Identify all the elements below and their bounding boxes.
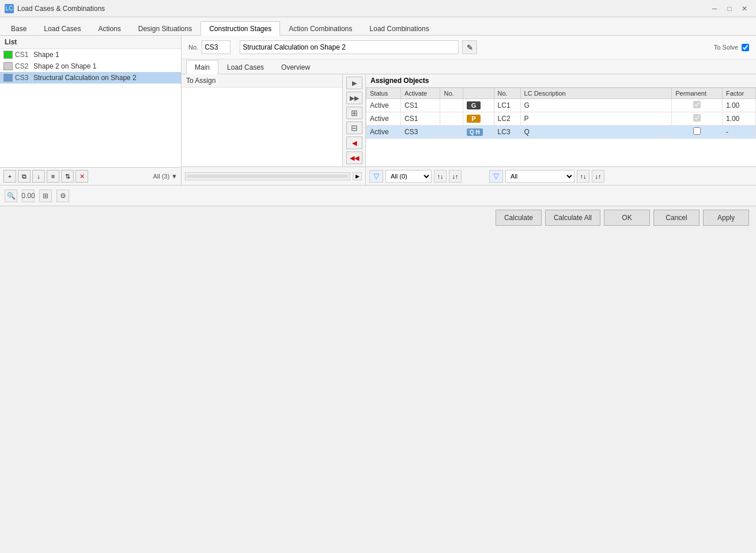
col-header-no1: No. (440, 88, 463, 99)
close-button[interactable]: ✕ (738, 2, 751, 16)
settings-icon[interactable]: ⚙ (56, 190, 69, 202)
assigned-header: Assigned Objects (366, 74, 756, 88)
item-name-cs2: Shape 2 on Shape 1 (33, 62, 96, 70)
tab-base[interactable]: Base (2, 21, 35, 36)
cell-activate: CS1 (400, 112, 440, 126)
cs-solve-label: To Solve (714, 44, 738, 51)
delete-button[interactable]: ✕ (75, 170, 88, 183)
assign-single-button[interactable]: ▶ (346, 77, 362, 89)
cs-name-input[interactable] (240, 40, 459, 54)
cell-permanent (672, 126, 723, 139)
import-button[interactable]: ↓ (32, 170, 45, 183)
tab-construction-stages[interactable]: Construction Stages (201, 21, 280, 36)
list-filter-label: All (3) (153, 173, 169, 180)
item-no-cs3: CS3 (15, 74, 31, 82)
cell-status: Active (366, 99, 401, 112)
permanent-checkbox[interactable] (693, 114, 701, 122)
table-row[interactable]: Active CS1 P LC2 P 1.00 (366, 112, 756, 126)
scrollbar-left[interactable] (185, 172, 350, 180)
sort2-button[interactable]: ⇅ (61, 170, 74, 183)
transfer-buttons: ▶ ▶▶ ⊞ ⊟ ◀ ◀◀ (343, 74, 366, 166)
scroll-right-btn[interactable]: ▶ (353, 172, 362, 180)
assigned-panel: Assigned Objects Status Activate No. No.… (366, 74, 756, 166)
tab-load-cases[interactable]: Load Cases (35, 21, 89, 36)
cell-activate: CS3 (400, 126, 440, 139)
ok-button[interactable]: OK (604, 210, 650, 226)
minimize-button[interactable]: ─ (708, 2, 721, 16)
sort-button[interactable]: ≡ (47, 170, 59, 183)
bottom-panels: ▶ ▽ All (0) ↑↓ ↓↑ ▽ All ↑↓ ↓↑ (182, 166, 756, 185)
remove-all-button[interactable]: ◀◀ (346, 151, 362, 164)
col-header-permanent: Permanent (672, 88, 723, 99)
sort-asc-button[interactable]: ↑↓ (434, 170, 447, 183)
value-display: 0.00 (22, 190, 35, 202)
panels-area: To Assign ▶ ▶▶ ⊞ ⊟ ◀ ◀◀ Assigned Objects (182, 74, 756, 166)
cell-badge: Q H (463, 126, 494, 139)
item-name-cs3: Structural Calculation on Shape 2 (33, 74, 137, 82)
apply-button[interactable]: Apply (703, 210, 749, 226)
cs-solve-checkbox[interactable] (742, 44, 749, 51)
list-filter-dropdown[interactable]: All (3) ▼ (153, 173, 177, 180)
cell-status: Active (366, 126, 401, 139)
tab-load-combinations[interactable]: Load Combinations (361, 21, 437, 36)
cell-permanent (672, 112, 723, 126)
list-item[interactable]: CS1 Shape 1 (0, 49, 181, 60)
sort-desc-button-right[interactable]: ↓↑ (592, 170, 604, 183)
tab-design-situations[interactable]: Design Situations (130, 21, 201, 36)
cs-edit-button[interactable]: ✎ (462, 40, 477, 54)
add-item-button[interactable]: + (3, 170, 16, 183)
item-no-cs2: CS2 (15, 62, 31, 70)
remove-single-button[interactable]: ◀ (346, 137, 362, 149)
duplicate-button[interactable]: ⧉ (18, 170, 31, 183)
right-panel: No. ✎ To Solve Main Load Cases Overview … (182, 36, 756, 185)
calculate-button[interactable]: Calculate (496, 210, 542, 226)
cancel-button[interactable]: Cancel (653, 210, 700, 226)
cell-activate: CS1 (400, 99, 440, 112)
table-row[interactable]: Active CS1 G LC1 G 1.00 (366, 99, 756, 112)
tab-action-combinations[interactable]: Action Combinations (280, 21, 361, 36)
table-row-selected[interactable]: Active CS3 Q H LC3 Q - (366, 126, 756, 139)
list-header: List (0, 36, 181, 49)
permanent-checkbox[interactable] (693, 101, 701, 108)
list-item[interactable]: CS2 Shape 2 on Shape 1 (0, 60, 181, 72)
cs-name-field: ✎ (240, 40, 477, 54)
grid-icon[interactable]: ⊞ (39, 190, 52, 202)
window-title: Load Cases & Combinations (17, 5, 105, 13)
assign-all-button[interactable]: ▶▶ (346, 92, 362, 104)
sort-desc-button[interactable]: ↓↑ (449, 170, 462, 183)
to-assign-header: To Assign (182, 74, 342, 88)
filter-dropdown[interactable]: All (0) (385, 170, 432, 183)
list-item-selected[interactable]: CS3 Structural Calculation on Shape 2 (0, 72, 181, 84)
filter-button[interactable]: ▽ (369, 170, 383, 183)
list-footer: + ⧉ ↓ ≡ ⇅ ✕ All (3) ▼ (0, 167, 181, 185)
app-icon: LC (5, 4, 14, 13)
maximize-button[interactable]: □ (723, 2, 736, 16)
cs-no-field: No. (188, 40, 230, 54)
subtab-main[interactable]: Main (186, 60, 218, 74)
col-header-factor: Factor (722, 88, 755, 99)
item-color-cs3 (3, 74, 13, 82)
item-color-cs2 (3, 62, 13, 70)
filter-dropdown-right[interactable]: All (505, 170, 574, 183)
tab-actions[interactable]: Actions (89, 21, 129, 36)
item-name-cs1: Shape 1 (33, 51, 59, 59)
sort-asc-button-right[interactable]: ↑↓ (577, 170, 589, 183)
add-button[interactable]: ⊞ (346, 107, 362, 119)
cs-no-input[interactable] (202, 40, 230, 54)
subtab-overview[interactable]: Overview (273, 60, 319, 74)
cs-header: No. ✎ To Solve (182, 36, 756, 59)
cell-permanent (672, 99, 723, 112)
titlebar: LC Load Cases & Combinations ─ □ ✕ (0, 0, 756, 17)
cell-no1 (440, 112, 463, 126)
calculate-all-button[interactable]: Calculate All (545, 210, 600, 226)
subtab-load-cases[interactable]: Load Cases (218, 60, 273, 74)
main-tabbar: Base Load Cases Actions Design Situation… (0, 17, 756, 36)
search-icon[interactable]: 🔍 (5, 190, 17, 202)
cs-solve-field: To Solve (714, 44, 749, 51)
cell-description: Q (520, 126, 672, 139)
col-header-activate: Activate (400, 88, 440, 99)
cell-lc-no: LC3 (494, 126, 520, 139)
filter-button-right[interactable]: ▽ (489, 170, 503, 183)
permanent-checkbox[interactable] (693, 127, 701, 135)
remove-button[interactable]: ⊟ (346, 122, 362, 134)
